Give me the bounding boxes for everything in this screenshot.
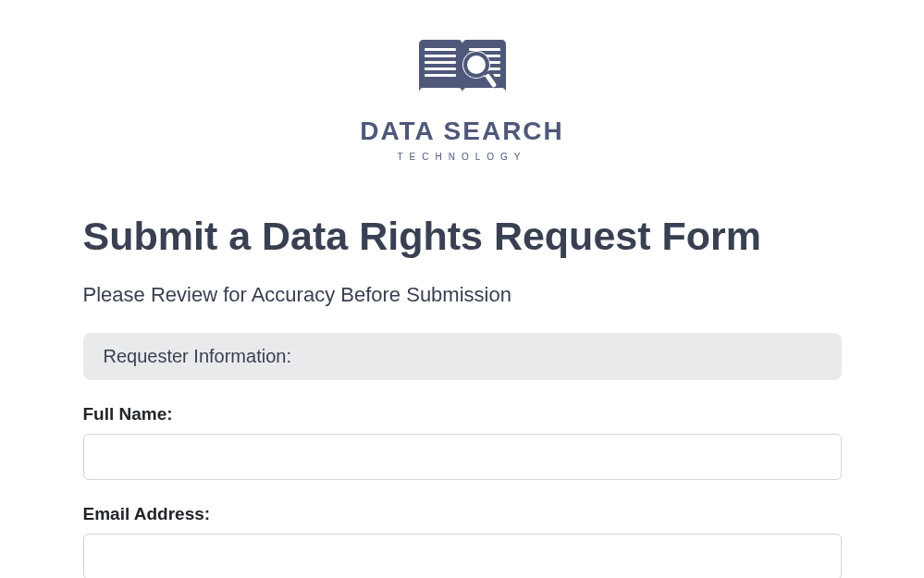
svg-rect-0 [425, 48, 456, 51]
input-email[interactable] [83, 534, 842, 578]
form-group-full-name: Full Name: [83, 404, 842, 480]
form-container: DATA SEARCH TECHNOLOGY Submit a Data Rig… [83, 0, 842, 578]
brand-name: DATA SEARCH [83, 117, 842, 146]
svg-rect-3 [425, 68, 456, 70]
page-subtitle: Please Review for Accuracy Before Submis… [83, 283, 842, 307]
brand-sub: TECHNOLOGY [83, 152, 842, 162]
section-requester-info: Requester Information: [83, 333, 842, 380]
logo-area: DATA SEARCH TECHNOLOGY [83, 37, 842, 162]
label-full-name: Full Name: [83, 404, 842, 424]
svg-rect-2 [425, 61, 456, 64]
label-email: Email Address: [83, 504, 842, 524]
svg-rect-1 [425, 55, 456, 57]
svg-rect-4 [425, 74, 456, 77]
page-title: Submit a Data Rights Request Form [83, 213, 842, 261]
svg-rect-5 [469, 48, 500, 51]
book-search-icon [412, 37, 513, 107]
form-group-email: Email Address: [83, 504, 842, 578]
input-full-name[interactable] [83, 434, 842, 480]
